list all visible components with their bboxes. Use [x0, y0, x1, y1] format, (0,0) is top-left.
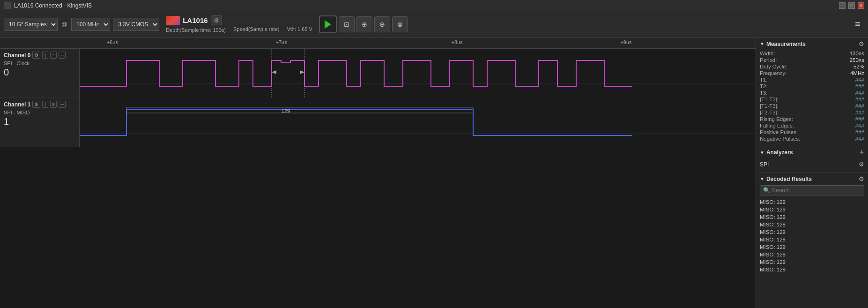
channel-1-edge[interactable]: ⌇	[42, 101, 48, 108]
decoded-item: MISO: 129	[760, 258, 864, 266]
analyzers-list: SPI ⚙	[760, 159, 864, 169]
measurement-value: ###	[855, 83, 864, 89]
decoded-results-list: MISO: 129MISO: 129MISO: 129MISO: 128MISO…	[760, 198, 864, 305]
at-symbol: @	[60, 21, 68, 28]
measurement-row: Duty Cycle: 52%	[760, 63, 864, 70]
zoom-fit-button[interactable]: ⊕	[356, 16, 372, 32]
analyzers-chevron: ▼	[760, 150, 764, 155]
channel-0-settings[interactable]: ⚙	[32, 52, 40, 59]
measurement-value: 52%	[853, 64, 864, 69]
decoded-results-title: ▼ Decoded Results	[760, 176, 812, 182]
decoded-results-header: ▼ Decoded Results ⚙	[760, 175, 864, 182]
time-ruler: +6us +7us +8us +9us	[0, 38, 756, 49]
measurement-row: Width: 130ns	[760, 50, 864, 57]
measurement-label: Width:	[760, 51, 775, 56]
decoded-item: MISO: 128	[760, 266, 864, 273]
channel-1-label: Channel 1 ⚙ ⌇ ≡ ─ SPI - MISO 1	[0, 98, 80, 147]
measurement-value: 250ns	[850, 57, 864, 63]
measurement-label: Period:	[760, 57, 777, 63]
svg-rect-6	[80, 98, 756, 147]
time-ticks: +6us +7us +8us +9us	[80, 38, 756, 49]
measurement-row: Period: 250ns	[760, 57, 864, 63]
play-button[interactable]	[319, 15, 337, 33]
voltage-select[interactable]: 3.3V CMOS 1.8V CMOS 5V CMOS	[113, 18, 159, 31]
measurement-label: Falling Edges:	[760, 123, 794, 128]
channel-0-sub: SPI - Clock	[4, 60, 75, 66]
measurement-value: ###	[855, 136, 864, 142]
add-analyzer-button[interactable]: +	[859, 148, 864, 157]
measurements-header: ▼ Measurements ⚙	[760, 40, 864, 47]
measurements-section: ▼ Measurements ⚙ Width: 130nsPeriod: 250…	[756, 38, 868, 145]
measurement-label: |T1-T3|:	[760, 103, 779, 109]
hamburger-menu-button[interactable]: ≡	[851, 17, 864, 31]
measurement-row: T2: ###	[760, 83, 864, 90]
zoom-in-button[interactable]: ⊗	[392, 16, 408, 32]
measurement-label: T3:	[760, 90, 768, 96]
channel-1-settings[interactable]: ⚙	[32, 101, 40, 108]
channel-1-waveform[interactable]: 129	[80, 98, 756, 147]
svg-rect-0	[80, 49, 756, 98]
toolbar: 10 G* Samples 1 M Samples 10 M Samples @…	[0, 11, 868, 38]
window-controls: ─ □ ✕	[839, 2, 864, 9]
channel-1-more[interactable]: ≡	[50, 101, 57, 108]
channel-0-svg	[80, 49, 756, 98]
device-info: LA1016 ⚙ Depth(Sample time: 100s) Speed(…	[166, 15, 312, 33]
minimize-button[interactable]: ─	[839, 2, 846, 9]
maximize-button[interactable]: □	[848, 2, 855, 9]
measurement-value: ###	[855, 77, 864, 83]
analyzer-name: SPI	[760, 161, 769, 168]
channel-1-name: Channel 1	[4, 101, 30, 108]
decoded-search-input[interactable]	[772, 187, 861, 194]
decoded-item: MISO: 129	[760, 228, 864, 236]
channel-0-waveform[interactable]	[80, 49, 756, 98]
device-logo	[166, 16, 180, 25]
measurements-gear-button[interactable]: ⚙	[859, 40, 864, 47]
measurement-value: ###	[855, 116, 864, 122]
window-title: LA1016 Connected - KingstVIS	[14, 2, 92, 9]
measurement-row: Negative Pulses: ###	[760, 135, 864, 142]
speed-info: Speed(Sample rate)	[233, 26, 279, 33]
measurements-chevron: ▼	[760, 41, 764, 46]
analyzer-row: SPI ⚙	[760, 159, 864, 169]
channel-0-hide[interactable]: ─	[59, 52, 66, 59]
decoded-item: MISO: 128	[760, 221, 864, 228]
decoded-results-gear-button[interactable]: ⚙	[859, 175, 864, 182]
analyzers-header: ▼ Analyzers +	[760, 148, 864, 157]
sample-depth-group: 10 G* Samples 1 M Samples 10 M Samples	[4, 18, 58, 31]
analyzers-title: ▼ Analyzers	[760, 149, 793, 156]
sample-rate-group: 100 MHz 50 MHz 200 MHz	[71, 18, 110, 31]
close-button[interactable]: ✕	[858, 2, 864, 9]
device-settings-button[interactable]: ⚙	[211, 15, 222, 25]
measurement-value: ###	[855, 123, 864, 128]
decoded-item: MISO: 129	[760, 206, 864, 213]
analyzer-gear-button[interactable]: ⚙	[859, 161, 864, 168]
measurement-label: Duty Cycle:	[760, 64, 787, 69]
decoded-item: MISO: 128	[760, 251, 864, 258]
sample-rate-select[interactable]: 100 MHz 50 MHz 200 MHz	[71, 18, 110, 31]
decoded-item: MISO: 128	[760, 236, 864, 243]
measurement-label: Frequency:	[760, 70, 787, 76]
measurement-label: |T1-T2|:	[760, 97, 779, 102]
measurement-value: ###	[855, 97, 864, 102]
channel-0-name: Channel 0	[4, 52, 30, 59]
tick-6us: +6us	[107, 39, 118, 45]
channel-0-edge[interactable]: ⌇	[42, 52, 48, 59]
channel-0-more[interactable]: ≡	[50, 52, 57, 59]
sample-depth-select[interactable]: 10 G* Samples 1 M Samples 10 M Samples	[4, 18, 58, 31]
device-name: LA1016	[183, 16, 208, 24]
measurement-value: ###	[855, 129, 864, 135]
decoded-item: MISO: 129	[760, 243, 864, 251]
depth-info: Depth(Sample time: 100s)	[166, 27, 226, 33]
channel-1-svg: 129	[80, 98, 756, 147]
tick-8us: +8us	[452, 39, 463, 45]
channel-1-hide[interactable]: ─	[59, 101, 66, 108]
cursor-tool-button[interactable]: ⊡	[339, 16, 355, 32]
measurement-value: ###	[855, 90, 864, 96]
measurements-title: ▼ Measurements	[760, 41, 806, 47]
measurement-row: Positive Pulses: ###	[760, 129, 864, 135]
measurement-label: Negative Pulses:	[760, 136, 800, 142]
measurement-row: Frequency: 4MHz	[760, 70, 864, 76]
measurement-row: |T2-T3|: ###	[760, 109, 864, 116]
zoom-out-button[interactable]: ⊖	[374, 16, 390, 32]
measurement-row: Falling Edges: ###	[760, 122, 864, 129]
